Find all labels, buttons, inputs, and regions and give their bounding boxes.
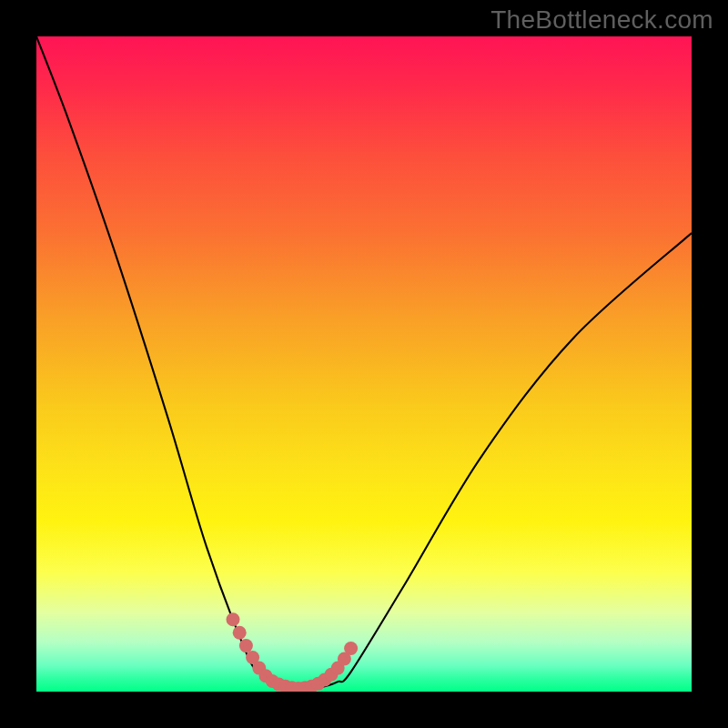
highlight-dot (344, 642, 358, 655)
highlight-dot (227, 612, 240, 626)
watermark-text: TheBottleneck.com (490, 5, 713, 35)
highlight-dot (233, 626, 247, 640)
highlight-dots (36, 36, 692, 692)
highlight-dot (239, 639, 253, 652)
chart-area (36, 36, 692, 692)
